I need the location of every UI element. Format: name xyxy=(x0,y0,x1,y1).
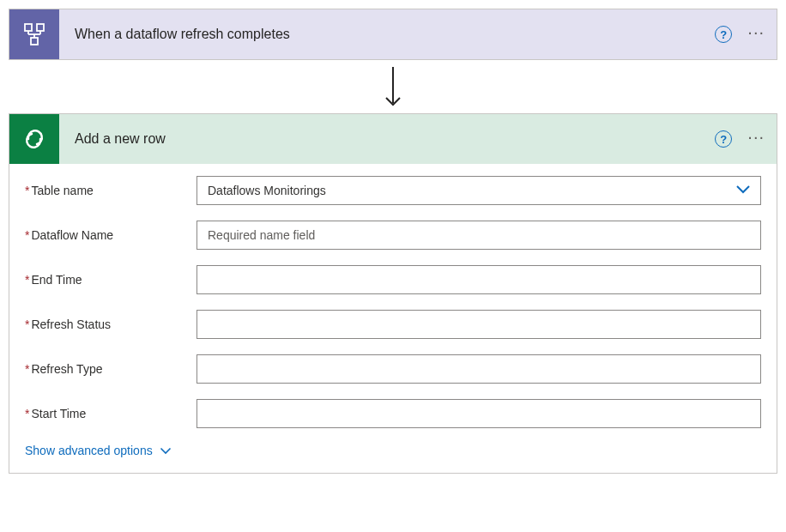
field-row-table-name: *Table name xyxy=(25,176,761,205)
action-header-actions: ? ··· xyxy=(715,128,765,150)
flow-arrow xyxy=(9,60,777,113)
trigger-header-actions: ? ··· xyxy=(715,23,765,45)
action-card: Add a new row ? ··· *Table name *Dataflo… xyxy=(9,113,777,474)
svg-rect-1 xyxy=(37,24,44,31)
refresh-status-input[interactable] xyxy=(196,310,761,339)
action-body: *Table name *Dataflow Name *End Time *Re… xyxy=(9,164,777,473)
action-header[interactable]: Add a new row ? ··· xyxy=(9,114,777,164)
chevron-down-icon xyxy=(160,447,172,455)
action-title: Add a new row xyxy=(59,131,715,147)
dataflow-name-input[interactable] xyxy=(196,221,761,250)
table-name-select[interactable] xyxy=(196,176,761,205)
field-label: *End Time xyxy=(25,273,196,287)
field-row-refresh-type: *Refresh Type xyxy=(25,354,761,384)
refresh-type-input[interactable] xyxy=(196,354,761,384)
help-icon[interactable]: ? xyxy=(715,26,732,43)
field-label: *Refresh Type xyxy=(25,362,196,376)
more-icon[interactable]: ··· xyxy=(747,128,765,150)
show-advanced-options[interactable]: Show advanced options xyxy=(25,444,172,457)
trigger-title: When a dataflow refresh completes xyxy=(59,27,715,42)
field-row-end-time: *End Time xyxy=(25,265,761,294)
field-row-refresh-status: *Refresh Status xyxy=(25,310,761,339)
svg-rect-2 xyxy=(31,38,38,45)
svg-rect-0 xyxy=(25,24,32,31)
field-label: *Refresh Status xyxy=(25,317,196,331)
start-time-input[interactable] xyxy=(196,399,761,428)
advanced-label: Show advanced options xyxy=(25,444,153,457)
more-icon[interactable]: ··· xyxy=(747,23,765,45)
field-label: *Dataflow Name xyxy=(25,228,196,242)
end-time-input[interactable] xyxy=(196,265,761,294)
field-row-dataflow-name: *Dataflow Name xyxy=(25,221,761,250)
trigger-card: When a dataflow refresh completes ? ··· xyxy=(9,9,777,60)
dataflow-icon xyxy=(9,9,59,59)
field-row-start-time: *Start Time xyxy=(25,399,761,428)
help-icon[interactable]: ? xyxy=(715,130,732,148)
field-label: *Table name xyxy=(25,184,196,197)
trigger-header[interactable]: When a dataflow refresh completes ? ··· xyxy=(9,9,777,59)
field-label: *Start Time xyxy=(25,407,196,420)
dataverse-icon xyxy=(9,114,59,164)
